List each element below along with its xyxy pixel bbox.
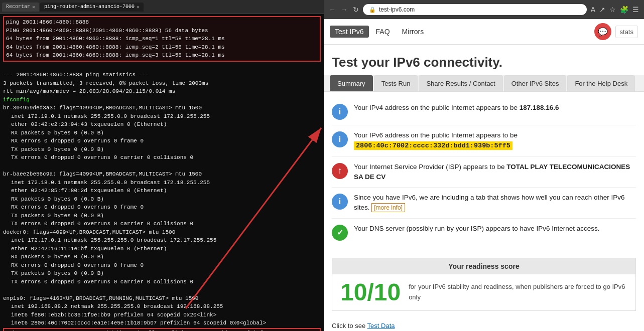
extensions-icon[interactable]: 🧩 — [619, 5, 629, 15]
test-data-label: Click to see — [332, 322, 367, 329]
info-card-ipv4: i Your IPv4 address on the public Intern… — [332, 98, 636, 125]
terminal-line: TX errors 0 dropped 0 overruns 0 carrier… — [3, 278, 321, 286]
isp-value: TOTAL PLAY TELECOMUNICACIONES SA DE CV — [354, 163, 630, 181]
terminal-line: RX errors 0 dropped 0 overruns 0 frame 0 — [3, 137, 321, 145]
terminal-line: inet 172.18.0.1 netmask 255.255.0.0 broa… — [3, 179, 321, 187]
terminal-line: ether 02:42:16:11:1e:bf txqueuelen 0 (Et… — [3, 245, 321, 253]
nav-link-mirrors[interactable]: Mirrors — [397, 26, 429, 38]
site-nav: Test IPv6 FAQ Mirrors 💬 stats — [324, 19, 644, 45]
terminal-line: br-304959ded3a3: flags=4099<UP,BROADCAST… — [3, 104, 321, 112]
terminal-line: TX packets 0 bytes 0 (0.0 B) — [3, 145, 321, 154]
score-number: 10/10 — [340, 280, 401, 304]
chat-icon-button[interactable]: 💬 — [594, 23, 611, 40]
terminal-line: br-baee2be56c9a: flags=4099<UP,BROADCAST… — [3, 170, 321, 179]
browser-toolbar-icons: A ↗ ☆ 🧩 ☰ — [590, 5, 640, 15]
terminal-line — [3, 162, 321, 171]
terminal-line: TX packets 0 bytes 0 (0.0 B) — [3, 212, 321, 220]
info-icon-isp: ↑ — [332, 163, 348, 179]
share-icon[interactable]: ↗ — [598, 5, 606, 15]
reload-button[interactable]: ↻ — [352, 6, 360, 14]
page-content: Test IPv6 FAQ Mirrors 💬 stats Test your … — [324, 19, 644, 331]
terminal-line: ether 02:42:85:f7:80:2d txqueuelen 0 (Et… — [3, 187, 321, 195]
terminal-line: inet 172.17.0.1 netmask 255.255.255.0 br… — [3, 236, 321, 245]
terminal-line: RX errors 0 dropped 0 overruns 0 frame 0 — [3, 203, 321, 212]
browser-chrome: ← → ↻ 🔒 test-ipv6.com A ↗ ☆ 🧩 ☰ — [324, 0, 644, 19]
terminal-line: ifconfig — [3, 96, 321, 104]
info-icon-dns: ✓ — [332, 225, 348, 241]
score-body: 10/10 for your IPv6 stability and readin… — [332, 274, 635, 310]
tab-share-results[interactable]: Share Results / Contact — [419, 75, 502, 91]
stats-button[interactable]: stats — [615, 26, 638, 38]
terminal-line: ping 2001:4860:4860::8888 — [6, 18, 318, 27]
test-data-link[interactable]: Test Data — [367, 322, 395, 329]
tab-tests-run[interactable]: Tests Run — [374, 75, 418, 91]
ipv6-highlight: 2806:40c:7002:cccc:332d:bdd1:939b:5ff5 — [354, 141, 512, 150]
info-text-tab: Since you have IPv6, we are including a … — [354, 193, 636, 213]
back-button[interactable]: ← — [328, 6, 337, 14]
menu-icon[interactable]: ☰ — [631, 5, 640, 15]
terminal-highlighted-line: inet6 2806:40c:7002:cccc:332d:bdd1:939b:… — [3, 328, 321, 332]
terminal-line: 64 bytes from 2001:4860:4860::8888: icmp… — [6, 35, 318, 43]
translate-icon[interactable]: A — [590, 5, 596, 15]
nav-link-faq[interactable]: FAQ — [371, 26, 395, 38]
forward-button[interactable]: → — [340, 6, 349, 14]
terminal-line: TX errors 0 dropped 0 overruns 0 carrier… — [3, 153, 321, 162]
site-nav-links: Test IPv6 FAQ Mirrors — [330, 26, 429, 38]
tab-help-desk[interactable]: For the Help Desk — [567, 75, 635, 91]
terminal-output: ping 2001:4860:4860::8888 PING 2001:4860… — [0, 14, 324, 331]
terminal-tabs: Recortar ✕ ping-router-admin-anuncio-700… — [0, 0, 324, 14]
info-text-ipv4: Your IPv4 address on the public Internet… — [354, 103, 559, 113]
tab-other-ipv6[interactable]: Other IPv6 Sites — [504, 75, 567, 91]
info-text-dns: Your DNS server (possibly run by your IS… — [354, 224, 599, 234]
url-bar[interactable]: 🔒 test-ipv6.com — [363, 4, 587, 15]
tab-label-2: ping-router-admin-anuncio-7000 — [44, 4, 135, 10]
info-card-isp: ↑ Your Internet Service Provider (ISP) a… — [332, 157, 636, 188]
info-text-ipv6: Your IPv6 address on the public Internet… — [354, 130, 518, 151]
info-icon-tab: i — [332, 194, 348, 210]
terminal-line: PING 2001:4860:4860::8888(2001:4860:4860… — [6, 27, 318, 35]
terminal-line: RX packets 0 bytes 0 (0.0 B) — [3, 195, 321, 204]
terminal-line: TX errors 0 dropped 0 overruns 0 carrier… — [3, 220, 321, 228]
info-card-dns: ✓ Your DNS server (possibly run by your … — [332, 219, 636, 246]
ipv4-value: 187.188.16.6 — [520, 104, 559, 111]
close-icon[interactable]: ✕ — [32, 4, 35, 10]
terminal-line: ether 02:42:e2:23:94:43 txqueuelen 0 (Et… — [3, 120, 321, 129]
terminal-panel: Recortar ✕ ping-router-admin-anuncio-700… — [0, 0, 324, 331]
bookmark-icon[interactable]: ☆ — [608, 5, 617, 15]
info-card-tab-info: i Since you have IPv6, we are including … — [332, 188, 636, 219]
page-title: Test your IPv6 connectivity. — [324, 45, 644, 75]
browser-panel: ← → ↻ 🔒 test-ipv6.com A ↗ ☆ 🧩 ☰ Test IPv… — [324, 0, 644, 331]
terminal-line: inet6 fe80::eb2b:bc36:1f9e:bb9 prefixlen… — [3, 311, 321, 319]
url-text: test-ipv6.com — [379, 6, 415, 13]
terminal-line: enp1s0: flags=4163<UP,BROADCAST,RUNNING,… — [3, 294, 321, 303]
terminal-line: RX errors 0 dropped 0 overruns 0 frame 0 — [3, 261, 321, 270]
tabs-bar: Summary Tests Run Share Results / Contac… — [324, 75, 644, 92]
close-icon-2[interactable]: ✕ — [137, 4, 140, 10]
info-icon-ipv6: i — [332, 131, 348, 147]
score-description: for your IPv6 stability and readiness, w… — [409, 282, 627, 303]
terminal-line: inet6 2806:40c:7002:cccc:ea1e:4e5e:1b18:… — [3, 319, 321, 327]
terminal-line: docker0: flags=4099<UP,BROADCAST,MULTICA… — [3, 228, 321, 237]
lock-icon: 🔒 — [369, 7, 376, 13]
terminal-line — [3, 63, 321, 71]
nav-link-test-ipv6[interactable]: Test IPv6 — [330, 26, 369, 38]
terminal-tab-2[interactable]: ping-router-admin-anuncio-7000 ✕ — [40, 3, 144, 12]
test-data-section: Click to see Test Data — [324, 317, 644, 332]
score-header: Your readiness score — [332, 258, 635, 274]
terminal-line: 64 bytes from 2001:4860:4860::8888: icmp… — [6, 43, 318, 52]
tab-label-1: Recortar — [6, 4, 30, 10]
info-card-ipv6: i Your IPv6 address on the public Intern… — [332, 125, 636, 157]
terminal-line: TX packets 0 bytes 0 (0.0 B) — [3, 269, 321, 278]
terminal-line: RX packets 0 bytes 0 (0.0 B) — [3, 253, 321, 261]
terminal-line: inet 172.19.0.1 netmask 255.255.0.0 broa… — [3, 112, 321, 121]
terminal-line: RX packets 0 bytes 0 (0.0 B) — [3, 129, 321, 137]
info-section: i Your IPv4 address on the public Intern… — [324, 92, 644, 252]
terminal-line: --- 2001:4860:4860::8888 ping statistics… — [3, 71, 321, 79]
info-icon-ipv4: i — [332, 104, 348, 120]
tab-summary[interactable]: Summary — [330, 75, 373, 91]
terminal-line: inet 192.168.88.2 netmask 255.255.255.0 … — [3, 302, 321, 311]
terminal-line: 3 packets transmitted, 3 received, 0% pa… — [3, 79, 321, 88]
terminal-tab-1[interactable]: Recortar ✕ — [2, 3, 39, 12]
info-text-isp: Your Internet Service Provider (ISP) app… — [354, 162, 636, 183]
more-info-link[interactable]: [more info] — [371, 203, 405, 212]
